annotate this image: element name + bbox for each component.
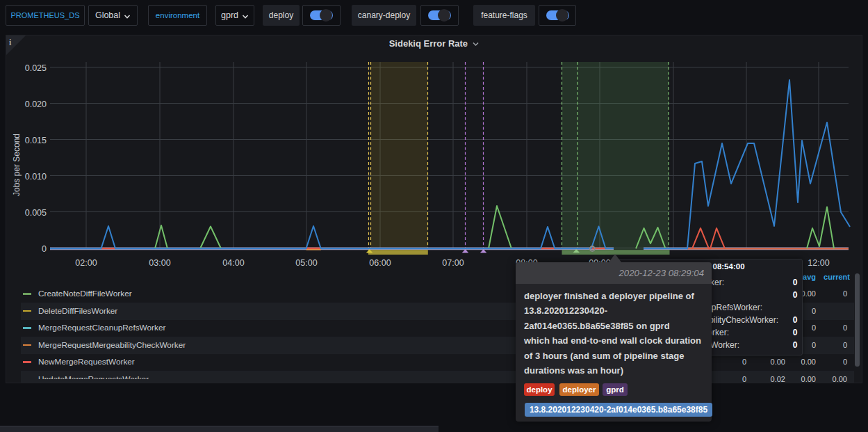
svg-text:0.025: 0.025 (25, 63, 47, 73)
svg-text:12:00: 12:00 (808, 258, 829, 268)
svg-text:02:00: 02:00 (75, 258, 97, 268)
svg-text:03:00: 03:00 (149, 258, 170, 268)
svg-text:06:00: 06:00 (369, 258, 391, 268)
svg-text:Jobs per Second: Jobs per Second (12, 134, 22, 196)
svg-text:0.020: 0.020 (25, 99, 47, 109)
svg-text:0.005: 0.005 (25, 208, 47, 218)
svg-text:07:00: 07:00 (442, 258, 464, 268)
svg-text:0.010: 0.010 (25, 172, 47, 182)
svg-text:0: 0 (42, 244, 47, 254)
svg-text:0.015: 0.015 (25, 136, 47, 145)
svg-text:05:00: 05:00 (295, 258, 317, 268)
svg-text:04:00: 04:00 (222, 258, 244, 268)
